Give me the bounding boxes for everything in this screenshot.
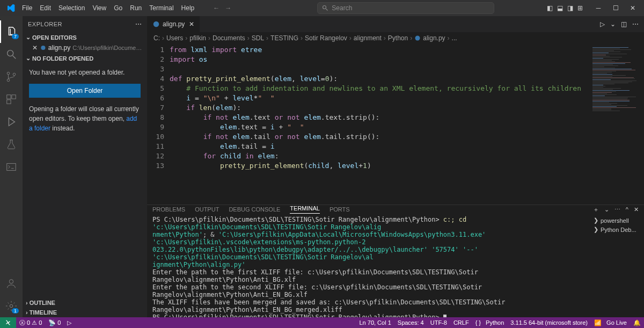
search-icon [322, 5, 328, 11]
terminal-icon: ❯ [594, 217, 598, 224]
breadcrumb-item[interactable]: align.py [423, 34, 445, 42]
activity-settings[interactable]: 1 [0, 295, 23, 317]
nav-arrows: ← → [213, 4, 231, 12]
activity-testing[interactable] [0, 133, 23, 156]
remote-button[interactable] [0, 317, 16, 328]
no-folder-section[interactable]: ⌄ NO FOLDER OPENED [23, 53, 147, 63]
activity-search[interactable] [0, 43, 23, 65]
split-editor-icon[interactable]: ◫ [621, 20, 627, 28]
editor-tab-align[interactable]: align.py ✕ [147, 16, 200, 32]
layout-customize-icon[interactable]: ⊞ [577, 4, 583, 12]
status-spaces[interactable]: Spaces: 4 [394, 319, 427, 326]
open-editors-section[interactable]: ⌄ OPEN EDITORS [23, 32, 147, 42]
status-interpreter[interactable]: 3.11.5 64-bit (microsoft store) [507, 319, 591, 326]
vscode-logo-icon [6, 4, 15, 12]
activity-account[interactable] [0, 272, 23, 295]
open-folder-button[interactable]: Open Folder [29, 84, 141, 98]
maximize-panel-icon[interactable]: ^ [626, 206, 628, 213]
editor-area: align.py ✕ ▷ ⌄ ◫ ⋯ C:›Users›pfilkin›Docu… [147, 16, 644, 317]
run-dropdown-icon[interactable]: ⌄ [610, 20, 616, 28]
activity-run-debug[interactable] [0, 111, 23, 133]
svg-rect-7 [7, 95, 11, 99]
chevron-right-icon: › [26, 300, 28, 306]
extensions-icon [5, 93, 17, 105]
breadcrumb-item[interactable]: pfilkin [189, 34, 206, 42]
debug-icon [5, 116, 17, 128]
terminal-icon: ❯ [594, 226, 598, 233]
menu-terminal[interactable]: Terminal [145, 2, 177, 14]
code-editor[interactable]: from lxml import etreeimport osdef prett… [170, 44, 590, 205]
window-maximize-button[interactable]: ☐ [608, 0, 624, 16]
activity-source-control[interactable] [0, 65, 23, 88]
new-terminal-icon[interactable]: ＋ [593, 206, 599, 214]
panel-tab-problems[interactable]: PROBLEMS [152, 206, 185, 213]
menu-file[interactable]: File [18, 2, 36, 14]
terminal-content[interactable]: PS C:\Users\pfilkin\Documents\SDL\TESTIN… [147, 214, 590, 317]
close-tab-icon[interactable]: ✕ [189, 20, 194, 28]
terminal-dropdown-icon[interactable]: ⌄ [604, 206, 609, 213]
close-editor-icon[interactable]: ✕ [32, 44, 38, 52]
svg-point-2 [8, 50, 13, 56]
status-problems[interactable]: ⓧ0 ⚠0 [16, 319, 45, 327]
status-golive[interactable]: 📶 Go Live [591, 319, 630, 326]
menu-view[interactable]: View [89, 2, 110, 14]
status-notifications[interactable]: 🔔 [630, 319, 644, 326]
close-panel-icon[interactable]: ✕ [634, 206, 639, 213]
open-editor-item[interactable]: ✕ align.py C:\Users\pfilkin\Documents\SD… [23, 42, 147, 53]
error-icon: ⓧ [19, 319, 25, 327]
account-icon [5, 278, 17, 289]
panel-more-icon[interactable]: ⋯ [614, 206, 620, 213]
panel-tab-output[interactable]: OUTPUT [195, 206, 219, 213]
run-file-icon[interactable]: ▷ [600, 20, 605, 28]
sidebar-more-icon[interactable]: ⋯ [135, 20, 142, 28]
breadcrumb-item[interactable]: Python [388, 34, 408, 42]
breadcrumb-item[interactable]: C: [153, 34, 160, 42]
status-eol[interactable]: CRLF [450, 319, 472, 326]
command-center-search[interactable]: Search [317, 2, 494, 14]
status-line-col[interactable]: Ln 70, Col 1 [356, 319, 394, 326]
nav-back-icon[interactable]: ← [213, 4, 219, 12]
menu-selection[interactable]: Selection [55, 2, 89, 14]
search-placeholder: Search [332, 4, 352, 12]
status-language[interactable]: { } Python [472, 319, 508, 326]
layout-sidebar-left-icon[interactable]: ◧ [547, 4, 553, 12]
breadcrumb-item[interactable]: Users [166, 34, 183, 42]
status-run[interactable]: ▷ [64, 319, 75, 326]
breadcrumbs[interactable]: C:›Users›pfilkin›Documents›SDL›TESTING›S… [147, 32, 644, 44]
terminal-instance[interactable]: ❯powershell [592, 216, 642, 225]
status-ports[interactable]: 📡0 [45, 319, 64, 326]
play-icon: ▷ [67, 319, 71, 326]
layout-panel-icon[interactable]: ⬓ [557, 4, 563, 12]
menu-edit[interactable]: Edit [36, 2, 55, 14]
breadcrumb-item[interactable]: SDL [252, 34, 264, 42]
panel-tab-terminal[interactable]: TERMINAL [290, 205, 320, 214]
activity-explorer[interactable]: 7 [0, 20, 23, 43]
layout-sidebar-right-icon[interactable]: ◨ [567, 4, 573, 12]
breadcrumb-item[interactable]: Documents [213, 34, 245, 42]
status-encoding[interactable]: UTF-8 [427, 319, 450, 326]
outline-section[interactable]: ›OUTLINE [23, 298, 147, 308]
window-minimize-button[interactable]: ─ [590, 0, 606, 16]
activity-extensions[interactable] [0, 88, 23, 111]
terminal-instance[interactable]: ❯Python Deb... [592, 225, 642, 234]
menu-help[interactable]: Help [178, 2, 199, 14]
breadcrumb-item[interactable]: ... [452, 34, 457, 42]
nav-forward-icon[interactable]: → [225, 4, 231, 12]
svg-line-1 [326, 9, 328, 11]
breadcrumb-item[interactable]: Sotir Rangelov [305, 34, 347, 42]
window-close-button[interactable]: ✕ [625, 0, 641, 16]
panel-tab-debug-console[interactable]: DEBUG CONSOLE [229, 206, 280, 213]
python-file-icon [414, 35, 421, 41]
timeline-section[interactable]: ›TIMELINE [23, 308, 147, 317]
svg-point-11 [9, 280, 13, 283]
menu-run[interactable]: Run [126, 2, 145, 14]
tab-more-icon[interactable]: ⋯ [632, 20, 639, 28]
sidebar-title: EXPLORER [28, 21, 62, 27]
activity-terminal[interactable] [0, 156, 23, 178]
panel-tab-ports[interactable]: PORTS [330, 206, 350, 213]
breadcrumb-item[interactable]: TESTING [270, 34, 298, 42]
breadcrumb-item[interactable]: alignment [354, 34, 382, 42]
menu-go[interactable]: Go [110, 2, 126, 14]
folder-hint: Opening a folder will close all currentl… [29, 104, 141, 133]
minimap[interactable] [590, 44, 644, 205]
